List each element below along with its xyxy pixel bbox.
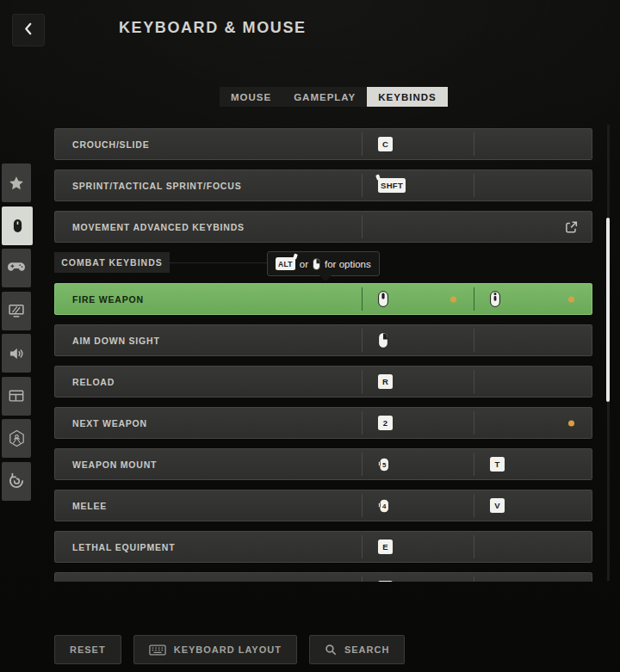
broadcast-icon [8, 429, 26, 447]
keybind-label: SPRINT/TACTICAL SPRINT/FOCUS [55, 170, 362, 200]
keybind-slot: R [362, 367, 474, 397]
key-corner-mark [293, 254, 298, 260]
footer-button-bar: RESETKEYBOARD LAYOUTSEARCH [54, 635, 405, 664]
sidebar-item-display[interactable] [2, 292, 31, 330]
section-header-combat-keybinds: COMBAT KEYBINDS [54, 252, 170, 273]
mouse-left-icon [378, 291, 388, 307]
display-icon [8, 302, 25, 319]
keybind-row[interactable] [54, 572, 592, 582]
svg-text:5: 5 [382, 460, 387, 468]
key-badge: C [378, 137, 393, 151]
external-link-icon [565, 220, 578, 233]
tab-mouse[interactable]: MOUSE [220, 87, 282, 107]
keybind-row-weapon-mount[interactable]: WEAPON MOUNT5T [54, 448, 592, 480]
keybind-slot [474, 408, 592, 438]
tooltip-or-text: or [300, 259, 308, 269]
keyboard-layout-button[interactable]: KEYBOARD LAYOUT [133, 635, 297, 664]
keybind-slot [474, 129, 592, 159]
sidebar-item-speaker[interactable] [2, 334, 31, 373]
star-icon [8, 175, 25, 192]
key-badge: 2 [378, 416, 393, 430]
keybind-slot [362, 212, 592, 242]
button-label: KEYBOARD LAYOUT [174, 644, 282, 655]
keybind-slot [474, 170, 592, 200]
options-tooltip: ALT or for options [267, 251, 380, 276]
keybind-slot [474, 532, 592, 562]
keyboard-icon [149, 644, 166, 656]
mouse-icon [10, 218, 25, 234]
keybind-label: LETHAL EQUIPMENT [55, 532, 362, 562]
interface-icon [8, 387, 25, 404]
sidebar-item-mouse[interactable] [2, 207, 33, 245]
chevron-left-icon [22, 22, 36, 40]
back-button[interactable] [12, 14, 45, 46]
mouse-right-icon [313, 258, 320, 270]
sidebar-item-refresh[interactable] [2, 462, 31, 501]
keybind-slot: E [362, 532, 474, 562]
sidebar-item-gamepad[interactable] [2, 249, 31, 287]
button-label: RESET [70, 644, 106, 655]
alt-key-badge: ALT [276, 257, 295, 270]
key-badge: E [378, 539, 393, 554]
keybind-slot [362, 284, 474, 314]
search-button[interactable]: SEARCH [309, 635, 405, 664]
tab-bar: MOUSEGAMEPLAYKEYBINDS [220, 87, 448, 107]
key-badge: R [378, 374, 393, 389]
keybind-slot [474, 573, 592, 582]
tab-gameplay[interactable]: GAMEPLAY [282, 87, 367, 107]
keybind-row-aim-down-sight[interactable]: AIM DOWN SIGHT [54, 324, 592, 356]
keybind-row-fire-weapon[interactable]: FIRE WEAPON [54, 283, 592, 315]
refresh-icon [8, 472, 25, 490]
keybind-row-movement-advanced-keybinds[interactable]: MOVEMENT ADVANCED KEYBINDS [54, 211, 592, 243]
keybind-row-melee[interactable]: MELEE4V [54, 490, 592, 521]
keybind-label: FIRE WEAPON [55, 284, 362, 314]
key-badge: T [490, 457, 505, 472]
keybind-row-sprint-tactical-sprint-focus[interactable]: SPRINT/TACTICAL SPRINT/FOCUSSHFT [54, 170, 592, 201]
mouse-middle-icon [490, 291, 500, 307]
key-badge: SHFT [378, 178, 406, 193]
keybind-label: AIM DOWN SIGHT [55, 325, 362, 355]
bind-conflict-dot [568, 420, 574, 426]
keybind-label: CROUCH/SLIDE [55, 129, 362, 159]
mouse-right-icon [378, 332, 388, 348]
bind-conflict-dot [568, 296, 574, 302]
keybind-label: NEXT WEAPON [55, 408, 362, 438]
keybind-slot [474, 325, 592, 355]
sidebar-item-interface[interactable] [2, 377, 31, 416]
keybind-slot: V [474, 490, 592, 521]
keybind-slot: 4 [362, 490, 474, 521]
keybind-slot [474, 367, 592, 397]
speaker-icon [8, 345, 25, 362]
keybind-slot [362, 325, 474, 355]
key-corner-mark [375, 175, 381, 181]
keyboard-mouse-settings-screen: KEYBOARD & MOUSE MOUSEGAMEPLAYKEYBINDS C… [0, 0, 620, 672]
keybind-row-crouch-slide[interactable]: CROUCH/SLIDEC [54, 128, 592, 160]
keybind-row-lethal-equipment[interactable]: LETHAL EQUIPMENTE [54, 531, 592, 563]
keybind-row-reload[interactable]: RELOADR [54, 366, 592, 398]
keybind-slot: 2 [362, 408, 474, 438]
sidebar-item-broadcast[interactable] [2, 419, 31, 458]
keybind-slot [362, 573, 474, 582]
mouse-button-4-icon: 4 [378, 498, 389, 514]
keybind-label [55, 573, 362, 582]
svg-text:4: 4 [382, 502, 387, 509]
keybind-row-next-weapon[interactable]: NEXT WEAPON2 [54, 407, 592, 439]
reset-button[interactable]: RESET [54, 635, 121, 664]
keybind-slot: T [474, 449, 592, 479]
key-badge [378, 581, 393, 582]
gamepad-icon [7, 262, 26, 274]
keybind-slot [474, 284, 592, 314]
key-badge: V [490, 498, 505, 513]
search-icon [325, 644, 337, 656]
button-label: SEARCH [344, 644, 389, 655]
sidebar-item-star[interactable] [2, 163, 31, 202]
tab-keybinds[interactable]: KEYBINDS [367, 87, 447, 107]
keybind-label: RELOAD [55, 367, 362, 397]
keybind-list: CROUCH/SLIDECSPRINT/TACTICAL SPRINT/FOCU… [54, 128, 592, 582]
mouse-button-5-icon: 5 [378, 457, 389, 472]
scrollbar-thumb[interactable] [606, 218, 610, 402]
keybind-slot: SHFT [362, 170, 474, 200]
page-title: KEYBOARD & MOUSE [119, 19, 307, 37]
keybind-slot: C [362, 129, 474, 159]
keybind-slot: 5 [362, 449, 474, 479]
